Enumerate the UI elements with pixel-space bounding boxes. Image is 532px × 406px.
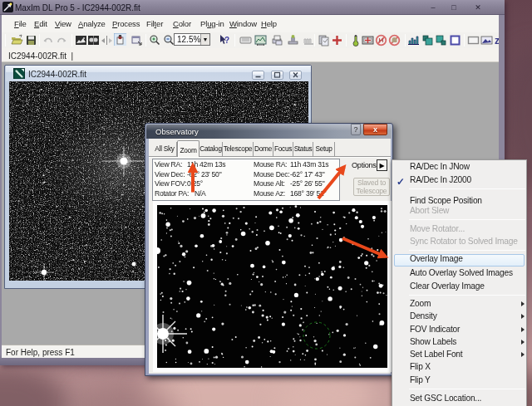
svg-text:?: ? xyxy=(224,36,229,45)
svg-text:z: z xyxy=(495,35,499,46)
